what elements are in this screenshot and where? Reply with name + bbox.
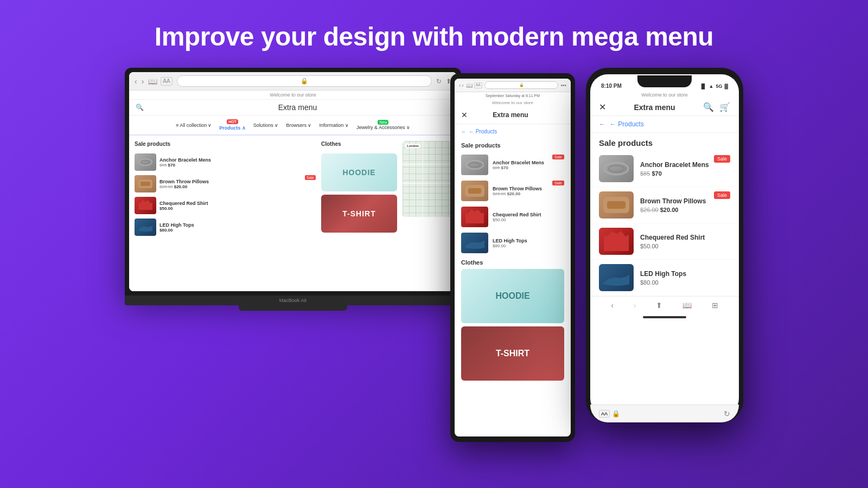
phone-search-icon[interactable]: 🔍: [703, 102, 714, 112]
phone-nav-tabs-icon[interactable]: ⊞: [712, 301, 718, 310]
phone-nav-back-icon[interactable]: ‹: [611, 301, 614, 310]
tablet-timestamp: September Saturday at 8:11 PM: [455, 92, 571, 99]
phone-sale-badge: Sale: [714, 155, 730, 163]
hoodie-image[interactable]: HOODIE: [321, 153, 397, 191]
address-bar[interactable]: 🔒: [177, 75, 432, 87]
tablet-close-button[interactable]: ✕: [461, 111, 468, 119]
product-price: $85 $70: [159, 163, 316, 168]
tablet-hoodie-image[interactable]: HOODIE: [461, 269, 564, 323]
phone-product-item[interactable]: LED High Tops $80.00: [590, 260, 739, 296]
tablet-product-item[interactable]: Anchor Bracelet Mens $85 $70 Sale: [455, 152, 571, 178]
nav-item-allcollection[interactable]: ≡ All collection ∨: [173, 121, 215, 130]
phone-product-info: Brown Throw Pillows $26.00 $20.00: [640, 197, 706, 213]
product-name: Chequered Red Shirt: [159, 201, 316, 206]
price: $50.00: [159, 206, 173, 211]
jewelry-label: Jewelry & Accessories ∨: [356, 125, 410, 130]
product-item[interactable]: Anchor Bracelet Mens $85 $70: [135, 153, 316, 171]
phone-aa-icon[interactable]: AA: [599, 410, 610, 416]
phone-nav-share-icon[interactable]: ⬆: [656, 301, 662, 310]
nav-menu: ≡ All collection ∨ HOT Products ∧ Soluti…: [129, 115, 457, 136]
tshirt-image[interactable]: T-SHIRT: [321, 195, 397, 233]
svg-marker-14: [604, 231, 629, 251]
chevron-down-icon: ∨: [208, 123, 212, 128]
tablet-more-icon[interactable]: •••: [560, 82, 566, 88]
search-icon[interactable]: 🔍: [136, 104, 144, 111]
phone-product-item[interactable]: Anchor Bracelet Mens $85 $70 Sale: [590, 151, 739, 187]
nav-item-products[interactable]: HOT Products ∧: [216, 118, 249, 132]
tablet-tshirt-image[interactable]: T-SHIRT: [461, 326, 564, 381]
tablet-product-price: $26.00 $20.00: [493, 191, 542, 196]
product-price: $50.00: [159, 206, 316, 211]
phone-nav-forward-icon[interactable]: ›: [634, 301, 636, 310]
tablet-product-img-bracelet: [461, 155, 488, 175]
jewelry-with-badge: New Jewelry & Accessories ∨: [356, 120, 410, 130]
sale-products-col: Sale products Anchor Bracelet Mens $85: [135, 141, 316, 288]
product-name: LED High Tops: [159, 222, 316, 228]
laptop-model-label: MacBook Air: [279, 298, 307, 303]
phone-product-info: Anchor Bracelet Mens $85 $70: [640, 161, 709, 177]
phone-product-img-pillow: [599, 191, 634, 219]
phone-menu-title: Extra menu: [634, 103, 675, 112]
nav-item-jewelry[interactable]: New Jewelry & Accessories ∨: [353, 118, 413, 132]
tablet-forward-icon[interactable]: ›: [462, 82, 463, 88]
phone-product-item[interactable]: Brown Throw Pillows $26.00 $20.00 Sale: [590, 187, 739, 223]
text-size-icon[interactable]: AA: [161, 77, 172, 86]
tablet-aa-icon[interactable]: AA: [474, 82, 482, 88]
price-old: $85: [159, 163, 167, 168]
phone-products-nav[interactable]: ← ← Products: [590, 116, 739, 133]
phone-cart-icon[interactable]: 🛒: [719, 102, 730, 112]
tablet-book-icon[interactable]: 📖: [466, 82, 473, 88]
tablet-products-nav[interactable]: ← ← Products: [455, 124, 571, 139]
price-old: $26.00: [159, 184, 173, 189]
phone-close-button[interactable]: ✕: [599, 102, 606, 112]
tablet-address[interactable]: 🔒: [484, 81, 558, 89]
tablet-products-back-label: ← Products: [469, 129, 497, 134]
forward-arrow-icon[interactable]: ›: [142, 77, 144, 86]
information-label: Information ∨: [319, 123, 349, 128]
product-image-pillow: [135, 175, 156, 192]
product-image-bracelet: [135, 153, 156, 171]
laptop-stand: [239, 305, 347, 311]
svg-point-6: [469, 163, 480, 167]
tablet-tshirt-label: T-SHIRT: [496, 349, 529, 358]
tablet-back-icon[interactable]: ‹: [459, 82, 461, 88]
laptop-device: ‹ › 📖 AA 🔒 ↻ ⬆ Welcome to our store: [125, 68, 461, 311]
tablet-back-arrow-icon: ←: [461, 129, 467, 134]
phone-refresh-icon[interactable]: ↻: [724, 409, 730, 416]
tablet-product-info: Chequered Red Shirt $50.00: [493, 212, 541, 222]
store-title: Extra menu: [145, 103, 450, 112]
battery-icon: ▓: [724, 84, 728, 89]
store-nav: 🔍 Extra menu: [129, 100, 457, 115]
phone-product-item[interactable]: Chequered Red Shirt $50.00: [590, 223, 739, 260]
phone-product-price: $85 $70: [640, 170, 709, 177]
nav-item-browsers[interactable]: Browsers ∨: [283, 121, 315, 130]
price-old: $26.00: [493, 191, 506, 196]
browser-content: Welcome to our store 🔍 Extra menu ≡ All …: [129, 91, 457, 291]
price-new: $70: [168, 163, 175, 168]
phone-product-price: $26.00 $20.00: [640, 207, 706, 213]
tablet-product-price: $80.00: [493, 243, 527, 248]
phone-lock-icon: 🔒: [612, 410, 620, 416]
product-item[interactable]: Chequered Red Shirt $50.00: [135, 197, 316, 214]
phone-product-img-shirt: [599, 228, 634, 255]
back-arrow-icon[interactable]: ‹: [135, 77, 137, 86]
phone-screen: 8:10 PM ▐▌ ▲ 5G ▓ Welcome to our store ✕…: [590, 74, 739, 416]
phone-nav-book-icon[interactable]: 📖: [682, 301, 692, 310]
nav-item-information[interactable]: Information ∨: [316, 121, 352, 130]
tablet-product-item[interactable]: Brown Throw Pillows $26.00 $20.00 Sale: [455, 178, 571, 204]
nav-item-solutions[interactable]: Solutions ∨: [250, 121, 282, 130]
product-item[interactable]: LED High Tops $80.00: [135, 219, 316, 236]
price-new: $20.00: [174, 184, 187, 189]
product-info: Anchor Bracelet Mens $85 $70: [159, 157, 316, 168]
laptop-browser: ‹ › 📖 AA 🔒 ↻ ⬆ Welcome to our store: [129, 72, 457, 291]
tablet-outer: ‹ › 📖 AA 🔒 ••• September Saturday at 8:1…: [450, 73, 575, 442]
price-old: $85: [493, 165, 500, 170]
tablet-product-item[interactable]: Chequered Red Shirt $50.00: [455, 204, 571, 230]
book-icon[interactable]: 📖: [148, 77, 157, 86]
tablet-product-item[interactable]: LED High Tops $80.00: [455, 230, 571, 256]
tablet-menu-title: Extra menu: [493, 111, 528, 119]
product-info: Brown Throw Pillows $26.00 $20.00: [159, 179, 302, 189]
product-item[interactable]: Brown Throw Pillows $26.00 $20.00 Sale: [135, 175, 316, 192]
refresh-icon[interactable]: ↻: [436, 78, 442, 85]
tablet-browser-bar: ‹ › 📖 AA 🔒 •••: [455, 79, 571, 92]
